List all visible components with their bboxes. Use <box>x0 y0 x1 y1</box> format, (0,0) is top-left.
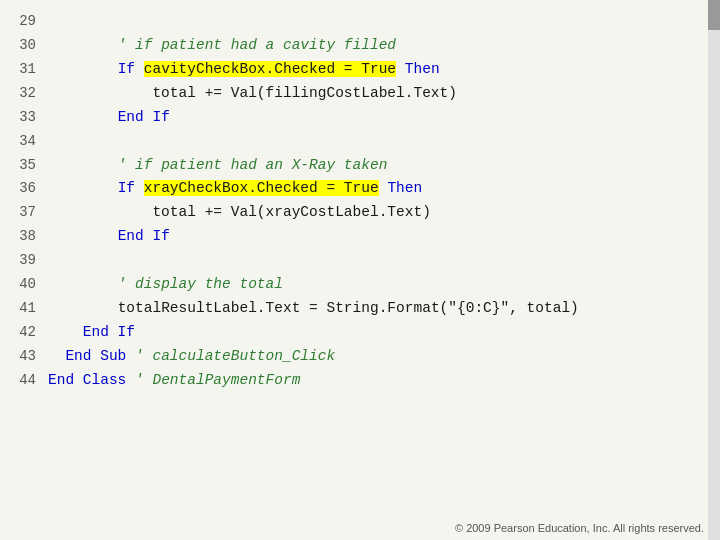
line-content: End If <box>48 106 170 130</box>
line-content: ' display the total <box>48 273 283 297</box>
code-line: 40 ' display the total <box>0 273 720 297</box>
line-content: total += Val(fillingCostLabel.Text) <box>48 82 457 106</box>
code-line: 30 ' if patient had a cavity filled <box>0 34 720 58</box>
code-keyword: End Sub <box>65 348 126 364</box>
line-content <box>48 130 57 154</box>
code-comment: ' if patient had an X-Ray taken <box>118 157 388 173</box>
line-number: 35 <box>0 154 48 177</box>
code-line: 31 If cavityCheckBox.Checked = True Then <box>0 58 720 82</box>
code-plain: , total) <box>509 300 579 316</box>
line-content: End Class ' DentalPaymentForm <box>48 369 300 393</box>
line-number: 44 <box>0 369 48 392</box>
line-number: 32 <box>0 82 48 105</box>
code-line: 29 <box>0 10 720 34</box>
line-content: End Sub ' calculateButton_Click <box>48 345 335 369</box>
line-number: 34 <box>0 130 48 153</box>
code-line: 34 <box>0 130 720 154</box>
code-keyword: End If <box>118 228 170 244</box>
code-line: 42 End If <box>0 321 720 345</box>
copyright-footer: © 2009 Pearson Education, Inc. All right… <box>0 518 720 540</box>
line-number: 40 <box>0 273 48 296</box>
line-content: End If <box>48 225 170 249</box>
line-content: End If <box>48 321 135 345</box>
code-plain: total += Val(xrayCostLabel.Text) <box>48 204 431 220</box>
code-line: 39 <box>0 249 720 273</box>
code-line: 38 End If <box>0 225 720 249</box>
line-number: 37 <box>0 201 48 224</box>
line-number: 29 <box>0 10 48 33</box>
code-line: 37 total += Val(xrayCostLabel.Text) <box>0 201 720 225</box>
line-content: If cavityCheckBox.Checked = True Then <box>48 58 440 82</box>
code-keyword: End Class <box>48 372 126 388</box>
code-keyword: Then <box>396 61 440 77</box>
code-comment: ' calculateButton_Click <box>126 348 335 364</box>
code-comment: ' display the total <box>118 276 283 292</box>
code-line: 33 End If <box>0 106 720 130</box>
code-editor: 29 30 ' if patient had a cavity filled31… <box>0 0 720 518</box>
scrollbar-thumb[interactable] <box>708 0 720 30</box>
line-number: 30 <box>0 34 48 57</box>
line-content: ' if patient had a cavity filled <box>48 34 396 58</box>
code-keyword: If <box>118 61 144 77</box>
code-comment: ' if patient had a cavity filled <box>118 37 396 53</box>
code-keyword: End If <box>83 324 135 340</box>
code-highlight: xrayCheckBox.Checked = True <box>144 180 379 196</box>
code-keyword: End If <box>118 109 170 125</box>
line-number: 39 <box>0 249 48 272</box>
code-plain: totalResultLabel.Text = String.Format( <box>118 300 449 316</box>
scrollbar[interactable] <box>708 0 720 540</box>
code-line: 44End Class ' DentalPaymentForm <box>0 369 720 393</box>
code-plain: "{0:C}" <box>448 300 509 316</box>
line-number: 42 <box>0 321 48 344</box>
code-highlight: cavityCheckBox.Checked = True <box>144 61 396 77</box>
line-number: 33 <box>0 106 48 129</box>
line-number: 36 <box>0 177 48 200</box>
code-comment: ' DentalPaymentForm <box>126 372 300 388</box>
line-content: ' if patient had an X-Ray taken <box>48 154 387 178</box>
code-keyword: If <box>118 180 144 196</box>
code-keyword: Then <box>379 180 423 196</box>
line-number: 43 <box>0 345 48 368</box>
code-line: 35 ' if patient had an X-Ray taken <box>0 154 720 178</box>
line-number: 41 <box>0 297 48 320</box>
line-content <box>48 10 57 34</box>
line-content: totalResultLabel.Text = String.Format("{… <box>48 297 579 321</box>
code-line: 32 total += Val(fillingCostLabel.Text) <box>0 82 720 106</box>
line-content: If xrayCheckBox.Checked = True Then <box>48 177 422 201</box>
code-plain: total += Val(fillingCostLabel.Text) <box>48 85 457 101</box>
line-content: total += Val(xrayCostLabel.Text) <box>48 201 431 225</box>
line-number: 31 <box>0 58 48 81</box>
line-content <box>48 249 57 273</box>
main-container: 29 30 ' if patient had a cavity filled31… <box>0 0 720 540</box>
code-line: 36 If xrayCheckBox.Checked = True Then <box>0 177 720 201</box>
line-number: 38 <box>0 225 48 248</box>
code-line: 43 End Sub ' calculateButton_Click <box>0 345 720 369</box>
code-line: 41 totalResultLabel.Text = String.Format… <box>0 297 720 321</box>
